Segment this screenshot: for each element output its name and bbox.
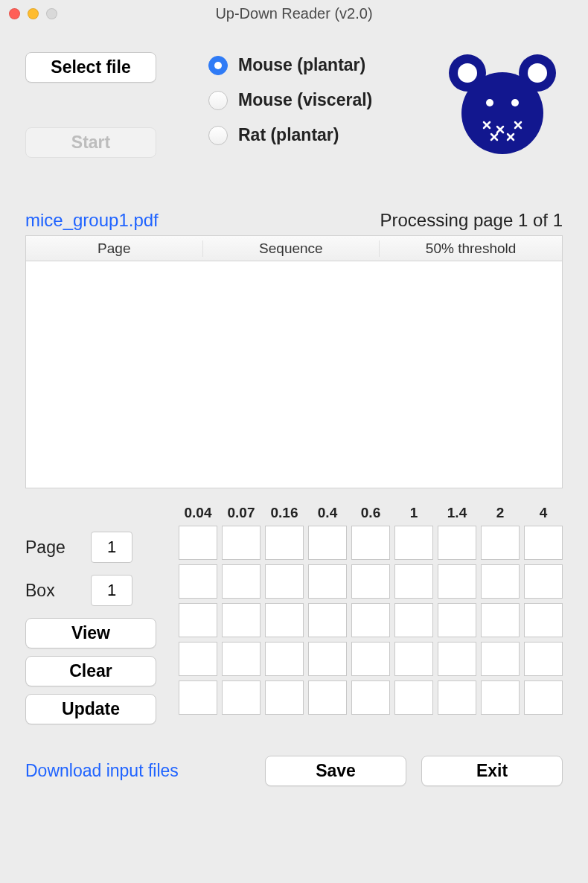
svg-point-5 [486,99,493,106]
grid-header: 0.6 [351,505,390,521]
grid-cell[interactable] [438,564,476,599]
grid-cell[interactable] [524,680,563,715]
grid-header: 1.4 [438,505,476,521]
grid-cell[interactable] [179,526,217,560]
grid-cell[interactable] [308,526,347,560]
minimize-icon[interactable] [28,8,39,19]
radio-rat-plantar[interactable]: Rat (plantar) [208,125,372,145]
grid-cell[interactable] [265,642,304,676]
svg-point-2 [461,72,543,154]
window-controls [9,8,57,19]
grid-cell[interactable] [438,680,476,715]
grid-cell[interactable] [265,564,304,599]
radio-unchecked-icon [208,91,228,110]
radio-checked-icon [208,56,228,75]
grid-cell[interactable] [524,603,563,637]
grid-cell[interactable] [222,603,261,637]
grid-cell[interactable] [394,526,433,560]
svg-point-6 [511,99,519,106]
grid-cell[interactable] [481,642,520,676]
grid-cell[interactable] [179,680,217,715]
grid-cell[interactable] [308,564,347,599]
grid-cell[interactable] [222,564,261,599]
radio-label: Rat (plantar) [238,125,339,145]
radio-mouse-plantar[interactable]: Mouse (plantar) [208,55,372,75]
update-button[interactable]: Update [25,694,156,724]
download-link[interactable]: Download input files [25,761,179,781]
species-radio-group: Mouse (plantar) Mouse (visceral) Rat (pl… [208,55,372,145]
grid-header: 1 [394,505,433,521]
grid-row [179,603,563,637]
page-label: Page [25,538,77,558]
grid-cell[interactable] [351,642,390,676]
filename-label: mice_group1.pdf [25,210,159,231]
grid-header-row: 0.04 0.07 0.16 0.4 0.6 1 1.4 2 4 [179,505,563,521]
grid-cell[interactable] [351,680,390,715]
grid-header: 0.04 [179,505,217,521]
column-header-page: Page [26,240,203,257]
grid-row [179,680,563,715]
grid-header: 0.16 [265,505,304,521]
grid-cell[interactable] [481,603,520,637]
grid-cell[interactable] [481,564,520,599]
radio-mouse-visceral[interactable]: Mouse (visceral) [208,90,372,110]
grid-cell[interactable] [308,642,347,676]
grid-cell[interactable] [394,642,433,676]
grid-cell[interactable] [438,642,476,676]
grid-row [179,642,563,676]
close-icon[interactable] [9,8,20,19]
grid-cell[interactable] [179,564,217,599]
titlebar: Up-Down Reader (v2.0) [0,0,588,27]
grid-cell[interactable] [351,564,390,599]
svg-point-3 [458,63,477,83]
data-grid [179,526,563,715]
grid-cell[interactable] [394,603,433,637]
grid-cell[interactable] [481,680,520,715]
results-table[interactable]: Page Sequence 50% threshold [25,235,563,488]
grid-cell[interactable] [524,564,563,599]
radio-label: Mouse (visceral) [238,90,372,110]
grid-header: 2 [481,505,520,521]
grid-header: 4 [524,505,563,521]
zoom-icon [46,8,57,19]
grid-header: 0.07 [222,505,261,521]
grid-row [179,526,563,560]
grid-cell[interactable] [524,526,563,560]
grid-cell[interactable] [265,680,304,715]
grid-header: 0.4 [308,505,347,521]
grid-cell[interactable] [351,603,390,637]
grid-cell[interactable] [265,603,304,637]
grid-cell[interactable] [179,603,217,637]
window-title: Up-Down Reader (v2.0) [0,5,588,22]
radio-label: Mouse (plantar) [238,55,365,75]
table-header: Page Sequence 50% threshold [26,236,562,261]
grid-cell[interactable] [222,526,261,560]
processing-status: Processing page 1 of 1 [380,210,563,231]
box-label: Box [25,581,77,601]
grid-cell[interactable] [222,680,261,715]
grid-cell[interactable] [179,642,217,676]
grid-cell[interactable] [438,526,476,560]
grid-row [179,564,563,599]
grid-cell[interactable] [394,680,433,715]
mouse-logo-icon [447,52,558,167]
grid-cell[interactable] [308,680,347,715]
box-input[interactable] [91,575,132,606]
grid-cell[interactable] [265,526,304,560]
grid-cell[interactable] [394,564,433,599]
radio-unchecked-icon [208,126,228,145]
grid-cell[interactable] [481,526,520,560]
start-button: Start [25,127,156,158]
select-file-button[interactable]: Select file [25,52,156,83]
clear-button[interactable]: Clear [25,656,156,686]
grid-cell[interactable] [351,526,390,560]
exit-button[interactable]: Exit [421,756,563,786]
save-button[interactable]: Save [265,756,406,786]
grid-cell[interactable] [222,642,261,676]
grid-cell[interactable] [524,642,563,676]
view-button[interactable]: View [25,618,156,648]
grid-cell[interactable] [308,603,347,637]
page-input[interactable] [91,532,132,563]
grid-cell[interactable] [438,603,476,637]
column-header-threshold: 50% threshold [380,240,562,257]
